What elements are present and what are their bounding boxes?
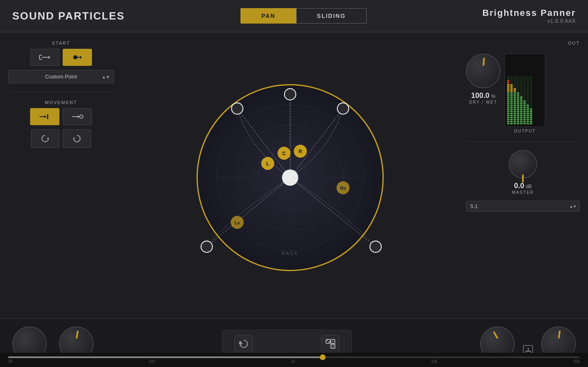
output-dropdown-wrapper: 5.1 7.1 Stereo Atmos ▲▼	[466, 201, 580, 212]
brand-title: Sound Particles	[12, 10, 125, 22]
svg-text:BACK: BACK	[282, 251, 299, 256]
svg-point-47	[332, 341, 333, 342]
svg-point-28	[337, 103, 349, 114]
start-label: START	[8, 41, 114, 46]
center-panel: L C R Ls Rs BACK	[122, 33, 458, 318]
master-section: 0.0 dB MASTER	[466, 150, 580, 195]
timeline: 20 100 1k 10k 20k	[0, 353, 588, 367]
svg-point-5	[73, 55, 77, 59]
start-dropdown[interactable]: Custom Point Random Fixed	[8, 70, 114, 83]
panner-container[interactable]: L C R Ls Rs BACK	[197, 84, 384, 271]
tab-sliding[interactable]: SLIDING	[296, 8, 367, 24]
out-label: OUT	[466, 41, 580, 46]
main-area: START	[0, 33, 588, 318]
start-btn-row	[8, 49, 114, 66]
plugin-title: Brightness Panner v1.0.0 AAX	[482, 8, 576, 24]
movement-section: MOVEMENT	[8, 100, 114, 148]
release-indicator	[558, 330, 561, 338]
dice-icon-btn[interactable]	[321, 335, 339, 353]
movement-btn-2[interactable]	[63, 108, 92, 125]
svg-point-13	[80, 115, 83, 118]
svg-text:Ls: Ls	[234, 220, 240, 225]
svg-point-48	[332, 345, 332, 346]
svg-point-27	[232, 103, 243, 114]
vu-meter-section: OUTPUT	[505, 54, 545, 133]
movement-btn-row-1	[8, 108, 114, 125]
svg-rect-43	[326, 339, 330, 343]
attack-indicator	[493, 331, 498, 339]
master-unit: dB	[526, 184, 532, 189]
svg-point-44	[326, 340, 328, 341]
high-indicator	[76, 330, 79, 338]
movement-btn-1[interactable]	[30, 108, 59, 125]
start-dropdown-wrapper: Custom Point Random Fixed ▲▼	[8, 70, 114, 83]
timeline-label-20: 20	[8, 359, 13, 364]
svg-point-41	[282, 169, 298, 186]
svg-point-51	[333, 347, 334, 347]
plugin-version: v1.0.0 AAX	[482, 18, 576, 24]
timeline-label-10k: 10k	[431, 359, 437, 364]
dry-wet-indicator	[483, 58, 485, 66]
start-btn-2[interactable]	[63, 49, 92, 66]
svg-point-29	[201, 241, 212, 252]
plugin-name: Brightness Panner	[482, 8, 576, 18]
timeline-label-20k: 20k	[573, 359, 580, 364]
timeline-label-1k: 1k	[291, 359, 295, 364]
master-value: 0.0	[514, 182, 524, 190]
svg-text:R: R	[298, 149, 302, 154]
svg-point-49	[333, 345, 334, 346]
left-panel: START	[0, 33, 122, 318]
dry-wet-label: DRY / WET	[466, 100, 501, 104]
timeline-fill	[8, 356, 323, 358]
svg-text:Rs: Rs	[340, 186, 345, 191]
movement-btn-4[interactable]	[63, 129, 91, 148]
master-knob[interactable]	[509, 150, 537, 178]
timeline-label-100: 100	[149, 359, 155, 364]
reset-icon-btn[interactable]	[234, 335, 253, 353]
svg-text:C: C	[282, 151, 286, 156]
right-panel: OUT 100.0 % DRY / WET OUTPUT	[458, 33, 588, 318]
start-btn-1[interactable]	[30, 49, 59, 66]
header: Sound Particles PAN SLIDING Brightness P…	[0, 0, 588, 33]
svg-point-30	[370, 241, 381, 252]
dry-wet-value: 100.0	[471, 91, 490, 100]
svg-point-50	[332, 347, 332, 347]
svg-line-24	[207, 178, 290, 247]
dry-wet-unit: %	[491, 93, 496, 99]
svg-marker-7	[80, 56, 82, 59]
output-section: 100.0 % DRY / WET OUTPUT	[466, 54, 580, 133]
timeline-thumb[interactable]	[320, 354, 326, 360]
vu-meter	[505, 54, 545, 127]
right-divider	[466, 141, 580, 142]
output-dropdown[interactable]: 5.1 7.1 Stereo Atmos	[466, 201, 580, 212]
dry-wet-knob[interactable]	[466, 54, 501, 88]
timeline-track[interactable]	[8, 356, 580, 358]
master-indicator	[522, 174, 524, 182]
svg-marker-12	[78, 115, 79, 118]
movement-btn-3[interactable]	[31, 129, 59, 148]
master-row: 5.1 7.1 Stereo Atmos ▲▼	[466, 201, 580, 212]
svg-marker-14	[47, 137, 48, 139]
dry-wet-section: 100.0 % DRY / WET	[466, 54, 501, 104]
svg-marker-9	[44, 115, 46, 118]
panner-svg: L C R Ls Rs BACK	[197, 84, 384, 271]
divider-1	[8, 91, 114, 92]
svg-marker-15	[74, 137, 75, 139]
movement-label: MOVEMENT	[8, 100, 114, 105]
header-tabs: PAN SLIDING	[240, 8, 366, 24]
tab-pan[interactable]: PAN	[240, 8, 296, 24]
svg-text:L: L	[266, 161, 269, 167]
master-label: MASTER	[466, 190, 580, 195]
svg-point-45	[328, 342, 329, 343]
svg-marker-4	[48, 56, 50, 59]
output-label: OUTPUT	[505, 129, 545, 133]
movement-btn-row-2	[8, 129, 114, 148]
svg-point-26	[284, 89, 296, 100]
svg-line-23	[290, 109, 343, 178]
start-section: START	[8, 41, 114, 83]
